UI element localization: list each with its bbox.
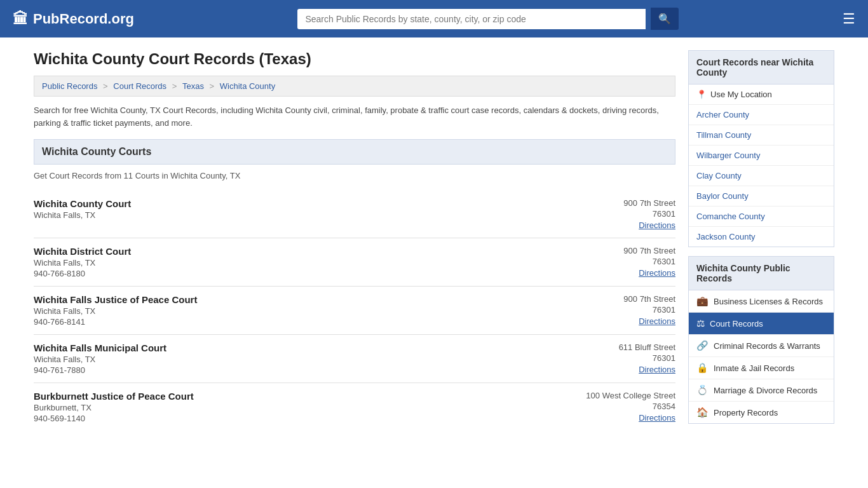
directions-link[interactable]: Directions [639, 413, 675, 423]
nearby-counties-list: 📍 Use My Location Archer County Tillman … [689, 85, 834, 247]
court-address: 611 Bluff Street [619, 342, 675, 352]
court-zip: 76301 [623, 257, 675, 266]
record-label: Court Records [710, 319, 763, 329]
court-left-3: Wichita Falls Municipal Court Wichita Fa… [34, 342, 616, 375]
search-button[interactable]: 🔍 [651, 8, 679, 30]
breadcrumb-public-records[interactable]: Public Records [42, 81, 97, 91]
directions-link[interactable]: Directions [639, 316, 675, 326]
court-phone: 940-766-8180 [34, 269, 621, 278]
page-title: Wichita County Court Records (Texas) [34, 50, 675, 68]
breadcrumb-texas[interactable]: Texas [182, 81, 204, 91]
nearby-section-title: Court Records near Wichita County [689, 51, 834, 85]
breadcrumb-sep-2: > [172, 81, 179, 91]
search-area: 🔍 [297, 8, 679, 30]
court-left-1: Wichita District Court Wichita Falls, TX… [34, 246, 621, 278]
court-phone: 940-569-1140 [34, 414, 583, 423]
nearby-jackson-county[interactable]: Jackson County [689, 227, 834, 247]
court-address: 900 7th Street [623, 246, 675, 255]
public-record-item-5[interactable]: 🏠 Property Records [689, 402, 834, 423]
nearby-wilbarger-county[interactable]: Wilbarger County [689, 146, 834, 166]
record-label: Business Licenses & Records [714, 297, 823, 306]
courts-section-header: Wichita County Courts [34, 139, 675, 165]
breadcrumb-wichita-county[interactable]: Wichita County [220, 81, 275, 91]
nearby-baylor-county[interactable]: Baylor County [689, 186, 834, 207]
directions-link[interactable]: Directions [639, 365, 675, 374]
directions-link[interactable]: Directions [639, 268, 675, 278]
public-record-item-4[interactable]: 💍 Marriage & Divorce Records [689, 379, 834, 402]
court-address: 100 West College Street [586, 391, 675, 400]
court-zip: 76301 [623, 209, 675, 219]
court-entry: Wichita County Court Wichita Falls, TX 9… [34, 191, 675, 238]
court-right-1: 900 7th Street 76301 Directions [623, 246, 675, 278]
court-city: Wichita Falls, TX [34, 258, 621, 268]
court-right-2: 900 7th Street 76301 Directions [623, 294, 675, 327]
page-description: Search for free Wichita County, TX Court… [34, 104, 675, 129]
public-records-list: 💼 Business Licenses & Records ⚖ Court Re… [689, 290, 834, 423]
logo-icon: 🏛 [13, 10, 28, 28]
public-record-item-0[interactable]: 💼 Business Licenses & Records [689, 290, 834, 313]
use-my-location-item[interactable]: 📍 Use My Location [689, 85, 834, 105]
public-record-link[interactable]: 🏠 Property Records [689, 402, 834, 423]
record-label: Marriage & Divorce Records [714, 386, 817, 395]
courts-list: Wichita County Court Wichita Falls, TX 9… [34, 191, 675, 431]
record-label: Inmate & Jail Records [714, 363, 794, 373]
court-right-3: 611 Bluff Street 76301 Directions [619, 342, 675, 375]
nearby-comanche-county[interactable]: Comanche County [689, 207, 834, 227]
main-container: Wichita County Court Records (Texas) Pub… [21, 37, 847, 445]
court-entry: Wichita Falls Justice of Peace Court Wic… [34, 287, 675, 335]
nearby-section: Court Records near Wichita County 📍 Use … [688, 50, 834, 247]
court-name: Wichita District Court [34, 246, 621, 257]
court-right-4: 100 West College Street 76354 Directions [586, 391, 675, 423]
use-location-label: Use My Location [710, 90, 772, 99]
nearby-archer-county[interactable]: Archer County [689, 105, 834, 125]
nearby-clay-county[interactable]: Clay County [689, 166, 834, 186]
search-input[interactable] [297, 9, 646, 29]
court-left-0: Wichita County Court Wichita Falls, TX [34, 198, 621, 230]
public-record-item-3[interactable]: 🔒 Inmate & Jail Records [689, 357, 834, 379]
court-name: Wichita Falls Justice of Peace Court [34, 294, 621, 305]
court-city: Wichita Falls, TX [34, 355, 616, 364]
public-records-title: Wichita County Public Records [689, 257, 834, 290]
court-phone: 940-766-8141 [34, 317, 621, 327]
public-record-link[interactable]: 🔒 Inmate & Jail Records [689, 357, 834, 379]
breadcrumb-sep-1: > [103, 81, 110, 91]
record-icon: 💼 [696, 295, 709, 307]
court-name: Wichita Falls Municipal Court [34, 342, 616, 353]
search-icon: 🔍 [658, 13, 671, 24]
record-label: Property Records [714, 408, 778, 417]
public-record-item-2[interactable]: 🔗 Criminal Records & Warrants [689, 335, 834, 357]
public-record-item-1[interactable]: ⚖ Court Records [689, 313, 834, 335]
record-icon: 🔒 [696, 362, 709, 374]
site-logo[interactable]: 🏛 PubRecord.org [13, 10, 134, 28]
court-zip: 76301 [623, 305, 675, 315]
menu-icon: ☰ [843, 11, 855, 27]
public-record-link[interactable]: 💼 Business Licenses & Records [689, 290, 834, 312]
court-zip: 76301 [619, 353, 675, 363]
court-city: Burkburnett, TX [34, 403, 583, 412]
court-city: Wichita Falls, TX [34, 210, 621, 220]
courts-count: Get Court Records from 11 Courts in Wich… [34, 171, 675, 180]
court-entry: Burkburnett Justice of Peace Court Burkb… [34, 383, 675, 431]
nearby-tillman-county[interactable]: Tillman County [689, 125, 834, 146]
public-record-link[interactable]: ⚖ Court Records [689, 313, 834, 334]
court-address: 900 7th Street [623, 294, 675, 304]
record-icon: 🏠 [696, 407, 709, 418]
public-record-link[interactable]: 🔗 Criminal Records & Warrants [689, 335, 834, 356]
location-icon: 📍 [696, 90, 707, 99]
court-left-4: Burkburnett Justice of Peace Court Burkb… [34, 391, 583, 423]
court-left-2: Wichita Falls Justice of Peace Court Wic… [34, 294, 621, 327]
logo-text: PubRecord.org [33, 11, 134, 27]
public-records-section: Wichita County Public Records 💼 Business… [688, 256, 834, 424]
court-entry: Wichita District Court Wichita Falls, TX… [34, 238, 675, 287]
menu-button[interactable]: ☰ [843, 11, 855, 27]
record-label: Criminal Records & Warrants [714, 341, 820, 351]
public-record-link[interactable]: 💍 Marriage & Divorce Records [689, 379, 834, 401]
record-icon: 💍 [696, 384, 709, 396]
court-name: Wichita County Court [34, 198, 621, 209]
directions-link[interactable]: Directions [639, 220, 675, 230]
breadcrumb-court-records[interactable]: Court Records [113, 81, 166, 91]
court-city: Wichita Falls, TX [34, 306, 621, 316]
court-right-0: 900 7th Street 76301 Directions [623, 198, 675, 230]
court-address: 900 7th Street [623, 198, 675, 208]
court-zip: 76354 [586, 402, 675, 411]
